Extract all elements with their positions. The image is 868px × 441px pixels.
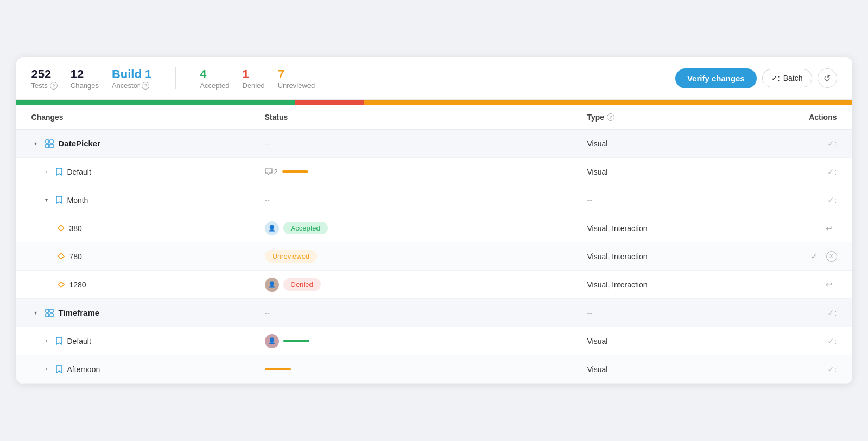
row-name: Timeframe [59,308,100,317]
comment-badge: 2 [265,168,278,176]
svg-rect-7 [50,314,53,317]
diamond-icon [58,225,65,232]
row-status-cell: 2 [265,168,587,176]
stat-changes: 12 Changes [71,67,99,90]
chevron-right-icon[interactable]: › [42,365,51,374]
stat-accepted: 4 Accepted [200,67,229,90]
col-changes-header: Changes [31,113,265,122]
stat-build: Build 1 Ancestor ? [112,67,151,90]
row-name: Month [67,196,88,204]
progress-unreviewed [364,100,852,105]
undo-button[interactable]: ↩ [822,277,837,292]
progress-bar [16,100,852,105]
table-body: ▾ DatePicker -- Visual ✓: [16,130,852,384]
col-status-header: Status [265,113,587,122]
header-stats: 252 Tests ? 12 Changes Build 1 Ancestor … [31,67,315,90]
table-row: 1280 👤 Denied Visual, Interaction ↩ [16,271,852,299]
svg-rect-5 [50,309,53,312]
chevron-down-icon[interactable]: ▾ [31,139,40,148]
stat-tests: 252 Tests ? [31,67,58,90]
progress-accepted [16,100,295,105]
row-changes-cell: ▾ DatePicker [31,139,265,149]
status-bar-green [283,340,309,342]
table-row: 780 Unreviewed Visual, Interaction ✓ ✕ [16,242,852,271]
row-actions-cell: ✓: [739,365,837,374]
row-type-cell: Visual, Interaction [587,252,739,261]
denied-count: 1 [242,67,249,81]
denied-label: Denied [242,81,264,90]
row-type-cell: Visual, Interaction [587,280,739,289]
batch-action-icon[interactable]: ✓: [827,308,837,318]
deny-button[interactable]: ✕ [826,251,837,262]
batch-action-icon[interactable]: ✓: [827,195,837,205]
unreviewed-label: Unreviewed [278,81,315,90]
stat-denied: 1 Denied [242,67,264,90]
ancestor-label: Ancestor ? [112,81,149,90]
refresh-button[interactable]: ↺ [818,68,837,88]
unreviewed-count: 7 [278,67,284,81]
svg-rect-2 [46,144,49,148]
header-actions: Verify changes ✓: Batch ↺ [675,68,837,88]
batch-action-icon[interactable]: ✓: [827,167,837,177]
row-changes-cell: 780 [31,252,265,261]
row-status-cell: 👤 Accepted [265,221,587,235]
grid-icon [45,139,54,149]
table-header: Changes Status Type ? Actions [16,105,852,130]
undo-button[interactable]: ↩ [822,221,837,236]
batch-action-icon[interactable]: ✓: [827,365,837,374]
row-name: Default [67,337,91,346]
batch-check-icon: ✓: [771,74,780,82]
bookmark-icon [55,365,63,374]
chevron-right-icon[interactable]: › [42,337,51,346]
chevron-down-icon[interactable]: ▾ [42,196,51,204]
row-type-cell: -- [587,196,739,204]
changes-label: Changes [71,81,99,90]
status-badge: Unreviewed [265,250,318,263]
row-type-cell: Visual, Interaction [587,224,739,233]
diamond-icon [58,281,65,289]
row-name: 1280 [69,280,86,289]
row-type-cell: Visual [587,139,739,148]
row-changes-cell: ▾ Timeframe [31,308,265,318]
bookmark-icon [55,168,63,176]
row-changes-cell: 1280 [31,280,265,289]
tests-count: 252 [31,67,52,81]
accept-button[interactable]: ✓ [807,249,822,264]
svg-rect-6 [46,314,49,317]
grid-icon [45,308,54,318]
row-status-cell: -- [265,309,587,317]
table-row: ▾ DatePicker -- Visual ✓: [16,130,852,158]
batch-action-icon[interactable]: ✓: [827,139,837,149]
row-type-cell: Visual [587,337,739,346]
row-actions-cell: ✓: [739,139,837,149]
chevron-down-icon[interactable]: ▾ [31,309,40,317]
bookmark-icon [55,337,63,346]
progress-denied [295,100,364,105]
row-status-cell: Unreviewed [265,250,587,263]
row-actions-cell: ✓: [739,308,837,318]
table-row: › Default 👤 Visual ✓: [16,327,852,355]
table-row: › Default 2 Visual ✓: [16,158,852,186]
verify-changes-button[interactable]: Verify changes [675,68,757,88]
avatar: 👤 [265,278,279,292]
type-help-icon[interactable]: ? [607,113,614,121]
svg-rect-1 [50,140,53,143]
row-actions-cell: ↩ [739,221,837,236]
row-name: Afternoon [67,365,100,374]
diamond-icon [58,253,65,260]
chevron-right-icon[interactable]: › [42,168,51,176]
svg-rect-0 [46,140,49,143]
main-card: 252 Tests ? 12 Changes Build 1 Ancestor … [16,57,852,384]
row-changes-cell: › Default [31,337,265,346]
table-row: ▾ Month -- -- ✓: [16,186,852,214]
status-bar-orange [282,170,308,173]
status-badge: Accepted [283,222,328,234]
batch-action-icon[interactable]: ✓: [827,336,837,346]
tests-help-icon[interactable]: ? [50,82,58,90]
col-actions-header: Actions [739,113,837,122]
row-actions-cell: ↩ [739,277,837,292]
header-divider [175,67,176,89]
ancestor-help-icon[interactable]: ? [142,82,149,90]
row-status-cell: 👤 [265,334,587,348]
batch-button[interactable]: ✓: Batch [762,69,812,87]
